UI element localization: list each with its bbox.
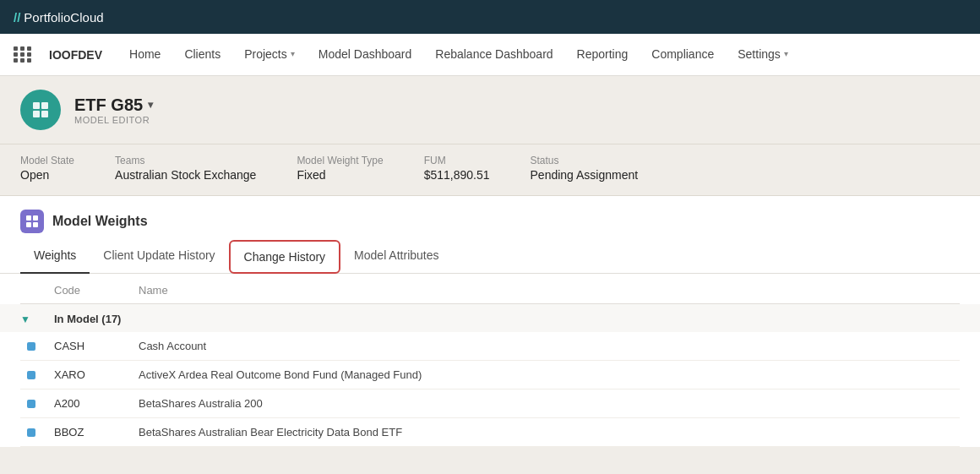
model-header: ETF G85 ▾ MODEL EDITOR — [0, 76, 980, 144]
apps-icon[interactable] — [14, 46, 32, 63]
col-name-header: Name — [139, 284, 960, 297]
meta-weight-type-label: Model Weight Type — [297, 155, 383, 166]
brand-name: PortfolioCloud — [24, 10, 103, 25]
row-code: BBOZ — [54, 426, 139, 439]
meta-weight-type-value: Fixed — [297, 168, 325, 182]
meta-status-label: Status — [531, 155, 639, 166]
meta-teams-value: Australian Stock Exchange — [115, 168, 256, 182]
meta-model-state-label: Model State — [20, 155, 74, 166]
table-row: BBOZ BetaShares Australian Bear Electric… — [20, 418, 960, 447]
row-indicator — [27, 371, 35, 379]
model-title-caret[interactable]: ▾ — [148, 99, 153, 111]
model-title: ETF G85 ▾ — [74, 95, 153, 115]
secondary-nav: IOOFDEV Home Clients Projects▾ Model Das… — [0, 34, 980, 76]
main-content: Model Weights Weights Client Update Hist… — [0, 196, 980, 447]
svg-rect-1 — [41, 102, 48, 109]
row-code: A200 — [54, 397, 139, 410]
nav-settings[interactable]: Settings▾ — [727, 34, 798, 76]
table-area: Code Name ▼ In Model (17) CASH Cash Acco… — [0, 274, 980, 447]
meta-fum: FUM $511,890.51 — [424, 155, 490, 182]
tab-weights[interactable]: Weights — [20, 240, 90, 274]
row-indicator — [27, 342, 35, 351]
svg-rect-5 — [33, 215, 38, 221]
col-spacer — [20, 284, 54, 297]
table-header: Code Name — [20, 274, 960, 304]
tabs-container: Weights Client Update History Change His… — [0, 240, 980, 274]
row-name: Cash Account — [139, 340, 960, 352]
nav-home[interactable]: Home — [119, 34, 171, 76]
brand-slashes: // — [14, 10, 20, 25]
nav-compliance[interactable]: Compliance — [641, 34, 724, 76]
meta-status: Status Pending Assignment — [531, 155, 639, 182]
meta-model-state-value: Open — [20, 168, 49, 182]
section-header: Model Weights — [0, 196, 980, 233]
svg-rect-0 — [33, 102, 40, 109]
model-subtitle: MODEL EDITOR — [74, 115, 153, 125]
section-title: Model Weights — [52, 214, 148, 229]
model-icon — [20, 90, 61, 130]
svg-rect-6 — [26, 222, 31, 227]
model-title-text: ETF G85 — [74, 95, 143, 115]
row-code: CASH — [54, 340, 139, 352]
table-row: CASH Cash Account — [20, 332, 960, 361]
model-weights-icon — [20, 210, 44, 233]
svg-rect-2 — [33, 111, 40, 117]
org-label: IOOFDEV — [49, 48, 102, 62]
nav-rebalance-dashboard[interactable]: Rebalance Dashboard — [425, 34, 563, 76]
model-title-area: ETF G85 ▾ MODEL EDITOR — [74, 95, 153, 125]
table-row: A200 BetaShares Australia 200 — [20, 390, 960, 418]
meta-row: Model State Open Teams Australian Stock … — [0, 144, 980, 196]
col-code-header: Code — [54, 284, 139, 297]
row-name: BetaShares Australia 200 — [139, 397, 960, 410]
row-code: XARO — [54, 368, 139, 381]
svg-rect-4 — [26, 215, 31, 221]
meta-fum-label: FUM — [424, 155, 490, 166]
nav-reporting[interactable]: Reporting — [567, 34, 639, 76]
group-row-in-model: ▼ In Model (17) — [0, 304, 980, 332]
nav-model-dashboard[interactable]: Model Dashboard — [308, 34, 422, 76]
nav-clients[interactable]: Clients — [174, 34, 231, 76]
meta-fum-value: $511,890.51 — [424, 168, 490, 182]
table-row: XARO ActiveX Ardea Real Outcome Bond Fun… — [20, 361, 960, 390]
row-indicator — [27, 428, 35, 437]
row-name: ActiveX Ardea Real Outcome Bond Fund (Ma… — [139, 368, 960, 381]
nav-projects[interactable]: Projects▾ — [234, 34, 305, 76]
meta-teams-label: Teams — [115, 155, 256, 166]
tab-model-attributes[interactable]: Model Attributes — [340, 240, 452, 274]
meta-model-state: Model State Open — [20, 155, 74, 182]
tab-change-history[interactable]: Change History — [229, 240, 341, 274]
row-name: BetaShares Australian Bear Electricity D… — [139, 426, 960, 439]
meta-teams: Teams Australian Stock Exchange — [115, 155, 256, 182]
row-indicator — [27, 400, 35, 408]
brand: // PortfolioCloud — [14, 10, 104, 25]
meta-weight-type: Model Weight Type Fixed — [297, 155, 383, 182]
meta-status-value: Pending Assignment — [531, 168, 639, 182]
group-collapse-icon[interactable]: ▼ — [20, 313, 54, 325]
tab-client-update-history[interactable]: Client Update History — [90, 240, 228, 274]
svg-rect-3 — [41, 111, 48, 117]
top-bar: // PortfolioCloud — [0, 0, 980, 34]
group-label: In Model (17) — [54, 313, 960, 325]
svg-rect-7 — [33, 222, 38, 227]
